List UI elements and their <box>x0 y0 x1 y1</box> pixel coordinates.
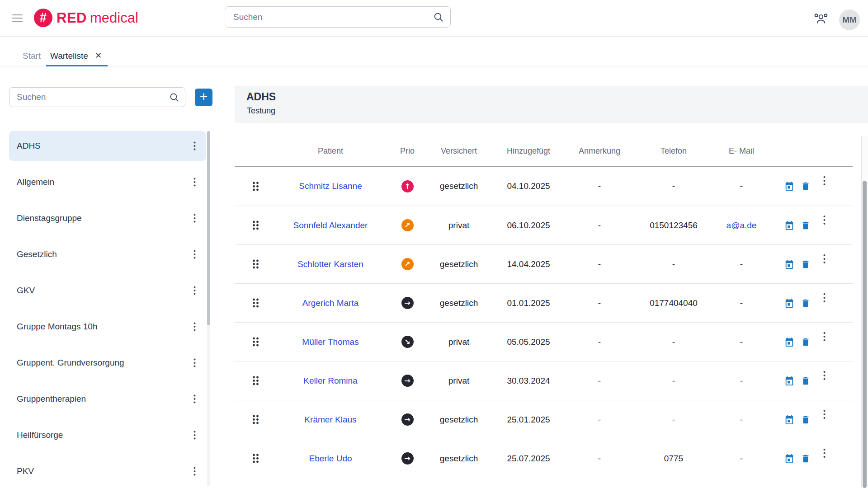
sidebar-list: ADHS Allgemein Dienstagsgruppe Gesetzlic… <box>9 131 206 488</box>
delete-icon[interactable] <box>801 181 811 191</box>
anmerkung-value: - <box>569 415 630 425</box>
delete-icon[interactable] <box>801 454 811 464</box>
row-menu-icon[interactable] <box>823 409 826 419</box>
sidebar-item-gruppentherapien[interactable]: Gruppentherapien <box>9 384 206 414</box>
table-row: Argerich Marta → gesetzlich 01.01.2025 -… <box>235 283 853 322</box>
patient-link[interactable]: Müller Thomas <box>276 337 385 347</box>
item-menu-icon[interactable] <box>193 358 196 367</box>
item-menu-icon[interactable] <box>193 178 196 187</box>
drag-handle-icon[interactable] <box>235 415 276 424</box>
sidebar-item-gkv[interactable]: GKV <box>9 276 206 305</box>
calendar-icon[interactable] <box>784 337 794 347</box>
calendar-icon[interactable] <box>784 415 794 425</box>
row-menu-icon[interactable] <box>823 215 826 225</box>
hinzugefuegt-value: 06.10.2025 <box>488 221 569 230</box>
sidebar-item-dienstagsgruppe[interactable]: Dienstagsgruppe <box>9 203 206 233</box>
column-header-email: E- Mail <box>717 146 765 156</box>
tab-start[interactable]: Start <box>23 51 41 61</box>
hinzugefuegt-value: 25.07.2025 <box>488 454 569 464</box>
item-menu-icon[interactable] <box>193 141 196 150</box>
sidebar-item-label: Heilfürsorge <box>17 430 63 440</box>
patient-link[interactable]: Argerich Marta <box>276 298 385 308</box>
tab-close-icon[interactable]: ✕ <box>95 51 102 61</box>
calendar-icon[interactable] <box>784 259 794 269</box>
delete-icon[interactable] <box>801 298 811 308</box>
delete-icon[interactable] <box>801 376 811 386</box>
delete-icon[interactable] <box>801 221 811 230</box>
row-menu-icon[interactable] <box>823 371 826 380</box>
column-header-patient: Patient <box>276 146 385 156</box>
sidebar-item-label: Dienstagsgruppe <box>17 213 82 223</box>
email-value: - <box>717 454 765 464</box>
telefon-value: - <box>630 337 717 347</box>
global-search-input[interactable] <box>225 7 450 27</box>
item-menu-icon[interactable] <box>193 286 196 295</box>
sidebar-item-gruppent-grundversorgung[interactable]: Gruppent. Grundversorgung <box>9 348 206 378</box>
prio-badge: ↑ <box>401 180 414 192</box>
sidebar-item-pkv[interactable]: PKV <box>9 456 206 486</box>
versichert-value: privat <box>430 221 488 230</box>
row-menu-icon[interactable] <box>823 254 826 264</box>
drag-handle-icon[interactable] <box>235 298 276 308</box>
column-header-hinzugefuegt: Hinzugefügt <box>488 146 569 156</box>
sidebar-item-heilfuersorge[interactable]: Heilfürsorge <box>9 420 206 450</box>
logo-text-red: RED <box>57 10 87 26</box>
versichert-value: privat <box>430 376 488 386</box>
sidebar-scrollbar-thumb[interactable] <box>207 131 210 325</box>
sidebar-item-gruppe-montags-10h[interactable]: Gruppe Montags 10h <box>9 312 206 342</box>
calendar-icon[interactable] <box>784 181 794 191</box>
patient-link[interactable]: Schlotter Karsten <box>276 259 385 269</box>
email-link[interactable]: a@a.de <box>717 221 765 230</box>
versichert-value: gesetzlich <box>430 454 488 464</box>
row-menu-icon[interactable] <box>823 332 826 342</box>
calendar-icon[interactable] <box>784 454 794 464</box>
sidebar-search-input[interactable] <box>9 88 185 107</box>
delete-icon[interactable] <box>801 337 811 347</box>
sidebar-item-label: Allgemein <box>17 177 54 187</box>
prio-badge: → <box>401 413 414 426</box>
patient-link[interactable]: Eberle Udo <box>276 454 385 464</box>
patient-link[interactable]: Krämer Klaus <box>276 415 385 425</box>
active-tab-underline <box>46 65 108 66</box>
drag-handle-icon[interactable] <box>235 337 276 347</box>
patient-link[interactable]: Schmitz Lisanne <box>276 181 385 191</box>
delete-icon[interactable] <box>801 415 811 425</box>
people-group-icon[interactable] <box>813 12 829 24</box>
drag-handle-icon[interactable] <box>235 376 276 385</box>
drag-handle-icon[interactable] <box>235 221 276 230</box>
row-menu-icon[interactable] <box>823 448 826 458</box>
item-menu-icon[interactable] <box>193 467 196 476</box>
row-menu-icon[interactable] <box>823 293 826 303</box>
drag-handle-icon[interactable] <box>235 454 276 463</box>
email-value: - <box>717 415 765 425</box>
sidebar-item-gesetzlich[interactable]: Gesetzlich <box>9 239 206 269</box>
item-menu-icon[interactable] <box>193 394 196 404</box>
patient-link[interactable]: Keller Romina <box>276 376 385 386</box>
telefon-value: 0150123456 <box>630 221 717 230</box>
anmerkung-value: - <box>569 259 630 269</box>
patient-link[interactable]: Sonnfeld Alexander <box>276 221 385 230</box>
calendar-icon[interactable] <box>784 298 794 308</box>
hamburger-menu-icon[interactable] <box>12 14 23 22</box>
calendar-icon[interactable] <box>784 221 794 230</box>
drag-handle-icon[interactable] <box>235 259 276 269</box>
drag-handle-icon[interactable] <box>235 182 276 191</box>
column-header-anmerkung: Anmerkung <box>569 146 630 156</box>
sidebar-item-allgemein[interactable]: Allgemein <box>9 167 206 197</box>
add-list-button[interactable]: + <box>195 89 212 106</box>
delete-icon[interactable] <box>801 259 811 269</box>
anmerkung-value: - <box>569 221 630 230</box>
sidebar-item-label: ADHS <box>17 141 41 151</box>
sidebar-item-adhs[interactable]: ADHS <box>9 131 206 161</box>
main-scrollbar-thumb[interactable] <box>863 181 867 488</box>
tab-warteliste[interactable]: Warteliste <box>50 51 88 61</box>
item-menu-icon[interactable] <box>193 322 196 331</box>
item-menu-icon[interactable] <box>193 431 196 440</box>
item-menu-icon[interactable] <box>193 214 196 223</box>
hinzugefuegt-value: 14.04.2025 <box>488 259 569 269</box>
row-menu-icon[interactable] <box>823 176 826 186</box>
avatar[interactable]: MM <box>839 9 860 30</box>
list-header: ADHS Testung <box>235 86 868 123</box>
calendar-icon[interactable] <box>784 376 794 386</box>
item-menu-icon[interactable] <box>193 250 196 259</box>
